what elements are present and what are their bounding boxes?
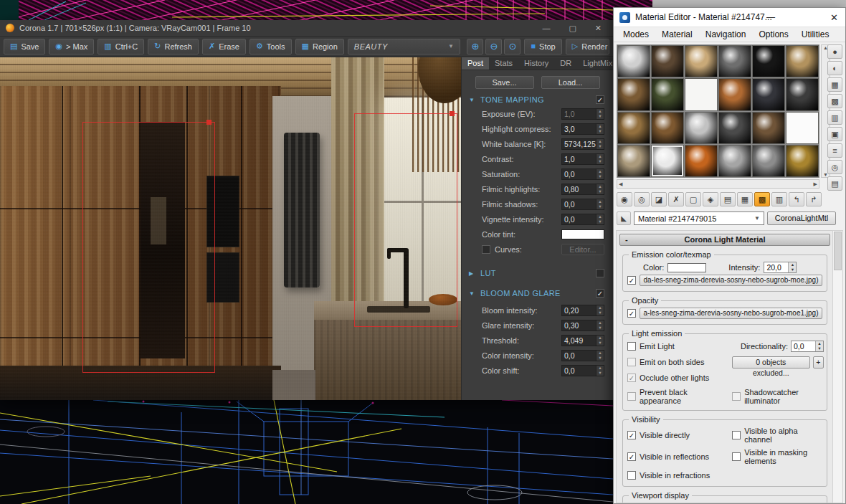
assign-to-selection-icon[interactable]: ◪	[651, 192, 667, 206]
spinner-up-icon[interactable]: ▲	[597, 199, 604, 204]
scrollbar-thumb[interactable]	[834, 232, 842, 270]
spinner-down-icon[interactable]: ▼	[597, 325, 604, 331]
spinner-arrows[interactable]: ▲▼	[596, 320, 604, 331]
objects-excluded-button[interactable]: 0 objects excluded...	[732, 356, 809, 369]
spinner-arrows[interactable]: ▲▼	[596, 214, 604, 224]
parameters-scrollbar[interactable]	[832, 230, 843, 503]
spinner-down-icon[interactable]: ▼	[597, 189, 604, 194]
region-handle[interactable]	[450, 111, 455, 116]
material-slot[interactable]	[651, 45, 684, 77]
lut-checkbox[interactable]	[596, 269, 604, 277]
spinner-down-icon[interactable]: ▼	[597, 159, 604, 164]
menu-material[interactable]: Material	[655, 28, 699, 41]
tools-button[interactable]: ⚙Tools	[249, 39, 292, 54]
stop-button[interactable]: ■ Stop	[524, 39, 561, 54]
tab-history[interactable]: History	[518, 57, 554, 70]
show-in-viewport-icon[interactable]: ▩	[754, 192, 770, 206]
scroll-right-icon[interactable]: ▶	[814, 181, 817, 187]
go-forward-sibling-icon[interactable]: ↱	[806, 192, 822, 206]
post-load-button[interactable]: Load...	[541, 76, 600, 89]
make-copy-icon[interactable]: ▢	[685, 192, 701, 206]
bloom-glare-field-spinner[interactable]: 4,049▲▼	[561, 335, 604, 346]
opacity-map-checkbox[interactable]: ✓	[627, 309, 636, 318]
spinner-arrows[interactable]: ▲▼	[596, 336, 604, 346]
spinner-arrows[interactable]: ▲▼	[788, 262, 796, 272]
bloom-glare-field-spinner[interactable]: 0,20▲▼	[561, 305, 604, 316]
options-icon[interactable]: ≡	[827, 143, 842, 158]
visibility-checkbox[interactable]	[732, 452, 741, 461]
shadowcatcher-checkbox[interactable]	[732, 392, 741, 401]
region-handle[interactable]	[206, 120, 212, 125]
material-slot[interactable]	[617, 112, 650, 144]
material-slot[interactable]	[651, 78, 684, 110]
tone-mapping-field-spinner[interactable]: 0,0▲▼	[561, 199, 604, 210]
spinner-up-icon[interactable]: ▲	[597, 109, 604, 114]
spinner-down-icon[interactable]: ▼	[597, 129, 604, 134]
spinner-up-icon[interactable]: ▲	[789, 262, 796, 267]
render-region-left[interactable]	[82, 122, 215, 373]
material-slot[interactable]	[786, 45, 819, 77]
erase-button[interactable]: ✗Erase	[202, 39, 246, 54]
maximize-button[interactable]: ▢	[569, 24, 576, 33]
spinner-arrows[interactable]: ▲▼	[596, 366, 604, 376]
get-material-icon[interactable]: ◉	[617, 192, 632, 206]
material-slot[interactable]	[617, 45, 650, 77]
zoom-out-button[interactable]: ⊖	[485, 39, 502, 54]
material-slot[interactable]	[651, 145, 684, 177]
material-slot[interactable]	[617, 145, 650, 177]
select-by-material-icon[interactable]: ◎	[827, 160, 842, 174]
prevent-black-checkbox[interactable]	[627, 392, 636, 401]
menu-modes[interactable]: Modes	[617, 28, 655, 41]
material-slot[interactable]	[752, 145, 785, 177]
send-to-max-button[interactable]: ◉> Max	[49, 39, 94, 54]
tab-lightmix[interactable]: LightMix	[577, 57, 613, 70]
backlight-icon[interactable]: ◐	[827, 61, 842, 75]
spinner-up-icon[interactable]: ▲	[597, 124, 604, 129]
tone-mapping-header[interactable]: ▼ TONE MAPPING ✓	[462, 93, 613, 106]
emission-color-swatch[interactable]	[667, 263, 706, 272]
put-to-library-icon[interactable]: ▤	[720, 192, 736, 206]
region-button[interactable]: ▦Region	[295, 39, 344, 54]
spinner-up-icon[interactable]: ▲	[597, 305, 604, 310]
material-type-button[interactable]: CoronaLightMtl	[767, 211, 836, 225]
tone-mapping-checkbox[interactable]: ✓	[596, 95, 604, 104]
material-slot[interactable]	[752, 112, 785, 144]
material-slot[interactable]	[786, 145, 819, 177]
spinner-arrows[interactable]: ▲▼	[596, 124, 604, 134]
spinner-down-icon[interactable]: ▼	[597, 144, 604, 149]
pick-material-icon[interactable]: ◣	[617, 211, 631, 225]
occlude-other-lights-checkbox[interactable]: ✓	[627, 374, 636, 382]
tone-mapping-field-spinner[interactable]: 1,0▲▼	[561, 153, 604, 165]
post-save-button[interactable]: Save...	[475, 76, 534, 89]
spinner-arrows[interactable]: ▲▼	[596, 169, 604, 179]
close-button[interactable]: ✕	[595, 24, 602, 33]
material-slot[interactable]	[718, 78, 751, 110]
directionality-spinner[interactable]: 0,0▲▼	[791, 341, 824, 352]
tab-post[interactable]: Post	[462, 57, 489, 70]
material-slot[interactable]	[752, 45, 785, 77]
spinner-down-icon[interactable]: ▼	[816, 346, 823, 351]
bloom-glare-field-spinner[interactable]: 0,30▲▼	[561, 320, 604, 331]
material-slot[interactable]	[718, 145, 751, 177]
spinner-down-icon[interactable]: ▼	[597, 219, 604, 224]
tab-dr[interactable]: DR	[554, 57, 577, 70]
spinner-up-icon[interactable]: ▲	[597, 320, 604, 325]
go-to-parent-icon[interactable]: ↰	[789, 192, 804, 206]
render-button[interactable]: ▷ Render	[566, 39, 609, 54]
scroll-left-icon[interactable]: ◀	[619, 181, 622, 187]
spinner-arrows[interactable]: ▲▼	[596, 184, 604, 194]
put-to-scene-icon[interactable]: ◎	[634, 192, 650, 206]
spinner-up-icon[interactable]: ▲	[597, 336, 604, 341]
menu-options[interactable]: Options	[752, 28, 794, 41]
spinner-up-icon[interactable]: ▲	[597, 154, 604, 159]
material-slot[interactable]	[685, 112, 718, 144]
bloom-glare-header[interactable]: ▼ BLOOM AND GLARE ✓	[462, 287, 613, 300]
tone-mapping-field-spinner[interactable]: 3,0▲▼	[561, 123, 604, 135]
spinner-arrows[interactable]: ▲▼	[596, 154, 604, 164]
color-tint-swatch[interactable]	[561, 229, 604, 239]
spinner-up-icon[interactable]: ▲	[597, 169, 604, 174]
sample-type-icon[interactable]: ●	[827, 44, 842, 59]
material-name-dropdown[interactable]: Material #2147479015 ▼	[634, 211, 764, 225]
bloom-glare-field-spinner[interactable]: 0,0▲▼	[561, 350, 604, 361]
spinner-down-icon[interactable]: ▼	[789, 267, 796, 272]
